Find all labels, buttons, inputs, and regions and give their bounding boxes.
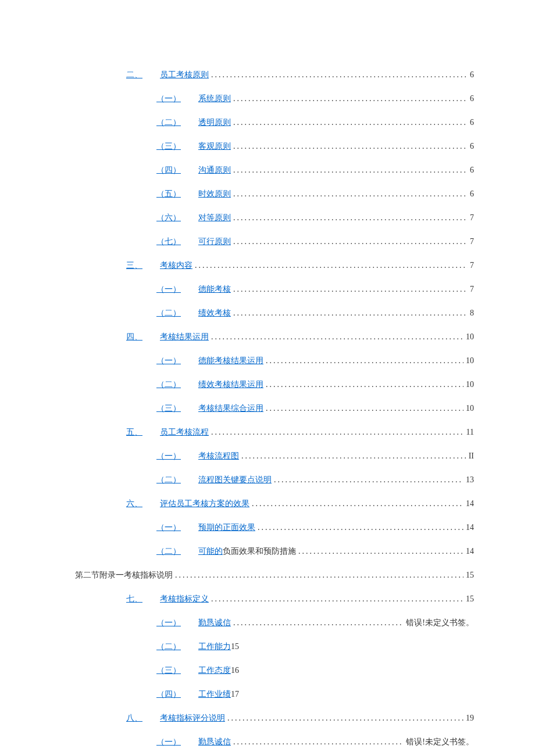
toc-prefix[interactable]: （四） bbox=[156, 689, 181, 700]
toc-leader-dots: ........................................… bbox=[211, 332, 463, 342]
toc-prefix[interactable]: （三） bbox=[156, 141, 181, 152]
toc-entry: 第二节附录一考核指标说明............................… bbox=[61, 570, 474, 581]
toc-page-number: 10 bbox=[466, 332, 474, 342]
toc-leader-dots: ........................................… bbox=[233, 309, 468, 318]
toc-page-number: 6 bbox=[470, 118, 474, 127]
toc-prefix[interactable]: （五） bbox=[156, 189, 181, 199]
toc-prefix[interactable]: （一） bbox=[156, 522, 181, 533]
toc-title-link[interactable]: 员工考核流程 bbox=[160, 427, 209, 438]
toc-page-number: 7 bbox=[470, 261, 474, 270]
toc-page-number: 11 bbox=[466, 428, 474, 437]
toc-prefix[interactable]: （一） bbox=[156, 284, 181, 295]
toc-title-link[interactable]: 客观原则 bbox=[198, 141, 231, 152]
toc-prefix[interactable]: （二） bbox=[156, 379, 181, 390]
toc-entry: 三、考核内容..................................… bbox=[61, 260, 474, 271]
toc-leader-dots: ........................................… bbox=[233, 142, 468, 151]
toc-title-link[interactable]: 绩效考核结果运用 bbox=[198, 379, 263, 390]
toc-title-link[interactable]: 对等原则 bbox=[198, 213, 231, 223]
toc-leader-dots: ........................................… bbox=[233, 237, 468, 246]
toc-prefix[interactable]: 八、 bbox=[126, 713, 142, 723]
toc-entry: （一）勤恳诚信.................................… bbox=[61, 737, 474, 747]
toc-leader-dots: ........................................… bbox=[233, 189, 468, 199]
toc-title-link[interactable]: 考核指标定义 bbox=[160, 594, 209, 604]
toc-entry: （一）勤恳诚信.................................… bbox=[61, 618, 474, 628]
toc-leader-dots: ........................................… bbox=[233, 213, 468, 223]
toc-title-link[interactable]: 德能考核结果运用 bbox=[198, 356, 263, 366]
toc-title-link[interactable]: 考核内容 bbox=[160, 260, 192, 271]
toc-leader-dots: ........................................… bbox=[233, 618, 401, 628]
toc-page-number: 13 bbox=[466, 475, 474, 485]
toc-title-link[interactable]: 考核结果运用 bbox=[160, 332, 209, 342]
toc-title-link[interactable]: 时效原则 bbox=[198, 189, 231, 199]
toc-prefix[interactable]: （一） bbox=[156, 451, 181, 461]
toc-title-link[interactable]: 德能考核 bbox=[198, 284, 231, 295]
toc-entry: （二）工作能力15 bbox=[61, 642, 474, 652]
toc-title-link[interactable]: 沟通原则 bbox=[198, 165, 231, 175]
toc-title-link[interactable]: 流程图关键要点说明 bbox=[198, 475, 272, 485]
toc-entry: 六、评估员工考核方案的效果...........................… bbox=[61, 499, 474, 509]
toc-page-number: 15 bbox=[466, 571, 474, 580]
toc-prefix[interactable]: （一） bbox=[156, 618, 181, 628]
toc-page-number: II bbox=[469, 452, 474, 461]
toc-prefix[interactable]: （一） bbox=[156, 737, 181, 747]
toc-prefix[interactable]: 七、 bbox=[126, 594, 142, 604]
toc-page-number: 10 bbox=[466, 356, 474, 366]
toc-title-link[interactable]: 工作业绩 bbox=[198, 689, 231, 700]
toc-prefix[interactable]: （四） bbox=[156, 165, 181, 175]
toc-prefix[interactable]: （二） bbox=[156, 546, 181, 557]
toc-prefix[interactable]: （二） bbox=[156, 117, 181, 128]
toc-leader-dots: ........................................… bbox=[266, 404, 463, 413]
toc-title-link-part[interactable]: 可能的 bbox=[198, 547, 223, 556]
toc-prefix[interactable]: （三） bbox=[156, 665, 181, 676]
toc-error-text: 错误!未定义书签。 bbox=[406, 737, 474, 747]
toc-entry: 五、员工考核流程................................… bbox=[61, 427, 474, 438]
toc-prefix[interactable]: 四、 bbox=[126, 332, 142, 342]
toc-entry: （一）预期的正面效果..............................… bbox=[61, 522, 474, 533]
toc-title-link[interactable]: 预期的正面效果 bbox=[198, 522, 255, 533]
toc-title-link[interactable]: 透明原则 bbox=[198, 117, 231, 128]
toc-prefix[interactable]: （二） bbox=[156, 475, 181, 485]
toc-title-link[interactable]: 工作能力 bbox=[198, 642, 231, 652]
toc-prefix[interactable]: （一） bbox=[156, 94, 181, 104]
toc-title-link[interactable]: 考核结果综合运用 bbox=[198, 403, 263, 414]
toc-entry: （三）考核结果综合运用.............................… bbox=[61, 403, 474, 414]
toc-entry: （一）德能考核.................................… bbox=[61, 284, 474, 295]
toc-title-link[interactable]: 考核流程图 bbox=[198, 451, 239, 461]
toc-prefix[interactable]: （一） bbox=[156, 356, 181, 366]
toc-entry: 四、考核结果运用................................… bbox=[61, 332, 474, 342]
toc-leader-dots: ........................................… bbox=[227, 714, 463, 723]
toc-error-text: 错误!未定义书签。 bbox=[406, 618, 474, 628]
toc-title-link[interactable]: 评估员工考核方案的效果 bbox=[160, 499, 249, 509]
toc-entry: （四）沟通原则.................................… bbox=[61, 165, 474, 175]
toc-prefix[interactable]: （七） bbox=[156, 237, 181, 247]
toc-leader-dots: ........................................… bbox=[298, 547, 463, 556]
toc-page-number: 7 bbox=[470, 213, 474, 223]
toc-title-link[interactable]: 工作态度 bbox=[198, 665, 231, 676]
toc-entry: （一）德能考核结果运用.............................… bbox=[61, 356, 474, 366]
toc-prefix[interactable]: （六） bbox=[156, 213, 181, 223]
toc-prefix[interactable]: （三） bbox=[156, 403, 181, 414]
toc-entry: （二）绩效考核结果运用.............................… bbox=[61, 379, 474, 390]
toc-leader-dots: ........................................… bbox=[274, 475, 463, 485]
toc-entry: 八、考核指标评分说明..............................… bbox=[61, 713, 474, 723]
toc-entry: （一）系统原则.................................… bbox=[61, 94, 474, 104]
toc-leader-dots: ........................................… bbox=[195, 261, 468, 270]
toc-title-link[interactable]: 考核指标评分说明 bbox=[160, 713, 225, 723]
toc-title-link[interactable]: 员工考核原则 bbox=[160, 70, 209, 80]
toc-page-number: 14 bbox=[466, 523, 474, 532]
toc-prefix[interactable]: 六、 bbox=[126, 499, 142, 509]
toc-title-link[interactable]: 勤恳诚信 bbox=[198, 618, 231, 628]
toc-prefix[interactable]: 二、 bbox=[126, 70, 142, 80]
toc-prefix[interactable]: （二） bbox=[156, 308, 181, 318]
toc-title-link[interactable]: 可行原则 bbox=[198, 237, 231, 247]
toc-prefix[interactable]: 三、 bbox=[126, 260, 142, 271]
toc-entry: （二）可能的负面效果和预防措施.........................… bbox=[61, 546, 474, 557]
toc-prefix[interactable]: 五、 bbox=[126, 427, 142, 438]
toc-prefix[interactable]: （二） bbox=[156, 642, 181, 652]
toc-title-link[interactable]: 绩效考核 bbox=[198, 308, 231, 318]
toc-leader-dots: ........................................… bbox=[233, 118, 468, 127]
toc-title-link[interactable]: 系统原则 bbox=[198, 94, 231, 104]
toc-title-link[interactable]: 勤恳诚信 bbox=[198, 737, 231, 747]
toc-leader-dots: ........................................… bbox=[252, 499, 463, 508]
toc-entry: 二、员工考核原则................................… bbox=[61, 70, 474, 80]
